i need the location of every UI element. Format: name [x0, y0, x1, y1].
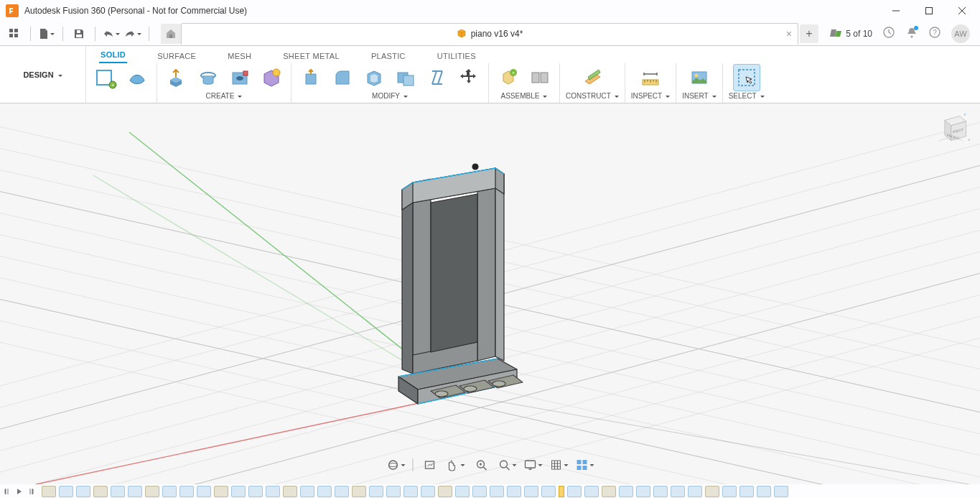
- move-button[interactable]: [455, 64, 482, 91]
- timeline-feature[interactable]: [111, 486, 125, 497]
- timeline-feature[interactable]: [490, 486, 504, 497]
- timeline-feature[interactable]: [214, 486, 228, 497]
- create-form-button[interactable]: [123, 64, 151, 91]
- file-menu-button[interactable]: [38, 25, 55, 42]
- select-group-label[interactable]: SELECT: [729, 92, 765, 100]
- timeline-feature[interactable]: [602, 486, 616, 497]
- new-tab-button[interactable]: +: [800, 24, 818, 43]
- tab-surface[interactable]: SURFACE: [156, 49, 197, 63]
- tab-plastic[interactable]: PLASTIC: [370, 49, 407, 63]
- look-at-button[interactable]: [420, 457, 439, 473]
- measure-button[interactable]: [637, 64, 664, 91]
- insert-group-label[interactable]: INSERT: [682, 92, 717, 100]
- user-avatar[interactable]: AW: [951, 24, 970, 43]
- timeline-feature[interactable]: [317, 486, 332, 497]
- timeline-feature[interactable]: [386, 486, 401, 497]
- timeline-feature[interactable]: [369, 486, 383, 497]
- timeline-feature[interactable]: [403, 486, 418, 497]
- timeline-feature[interactable]: [248, 486, 263, 497]
- timeline-feature[interactable]: [524, 486, 538, 497]
- insert-button[interactable]: [686, 64, 713, 91]
- timeline-feature[interactable]: [688, 486, 702, 497]
- close-tab-icon[interactable]: ×: [786, 28, 792, 40]
- timeline-feature[interactable]: [145, 486, 159, 497]
- undo-button[interactable]: [103, 25, 120, 42]
- hole-button[interactable]: [226, 64, 253, 91]
- shell-button[interactable]: [360, 64, 388, 91]
- minimize-button[interactable]: [879, 0, 913, 22]
- draft-button[interactable]: [424, 64, 451, 91]
- timeline-feature[interactable]: [300, 486, 314, 497]
- timeline-feature[interactable]: [567, 486, 582, 497]
- new-component-button[interactable]: +: [495, 64, 522, 91]
- document-tab[interactable]: piano v16 v4* ×: [181, 23, 798, 45]
- timeline[interactable]: [0, 484, 980, 498]
- timeline-feature[interactable]: [757, 486, 771, 497]
- timeline-play-controls[interactable]: [4, 487, 34, 496]
- revolve-button[interactable]: [195, 64, 222, 91]
- timeline-feature[interactable]: [739, 486, 754, 497]
- orbit-button[interactable]: [386, 457, 405, 473]
- timeline-playhead[interactable]: [559, 486, 564, 497]
- timeline-feature[interactable]: [455, 486, 470, 497]
- select-button[interactable]: [733, 64, 760, 91]
- timeline-feature[interactable]: [722, 486, 737, 497]
- tab-sheet-metal[interactable]: SHEET METAL: [281, 49, 341, 63]
- home-tab[interactable]: [161, 24, 181, 44]
- timeline-feature[interactable]: [438, 486, 452, 497]
- save-button[interactable]: [70, 25, 88, 42]
- viewport-layout-button[interactable]: [575, 457, 594, 473]
- help-button[interactable]: ?: [928, 26, 941, 42]
- timeline-feature[interactable]: [162, 486, 177, 497]
- timeline-feature[interactable]: [93, 486, 108, 497]
- timeline-feature[interactable]: [653, 486, 668, 497]
- timeline-feature[interactable]: [179, 486, 194, 497]
- maximize-button[interactable]: [913, 0, 946, 22]
- emboss-button[interactable]: [258, 64, 285, 91]
- timeline-feature[interactable]: [335, 486, 349, 497]
- fillet-button[interactable]: [329, 64, 356, 91]
- workspace-switcher[interactable]: DESIGN: [0, 46, 86, 103]
- press-pull-button[interactable]: [297, 64, 325, 91]
- timeline-feature[interactable]: [472, 486, 487, 497]
- timeline-feature[interactable]: [76, 486, 90, 497]
- timeline-feature[interactable]: [774, 486, 788, 497]
- job-status-button[interactable]: [882, 26, 895, 42]
- redo-button[interactable]: [124, 25, 141, 42]
- construct-group-label[interactable]: CONSTRUCT: [566, 92, 619, 100]
- tab-mesh[interactable]: MESH: [226, 49, 253, 63]
- close-button[interactable]: [946, 0, 979, 22]
- modify-group-label[interactable]: MODIFY: [372, 92, 408, 100]
- timeline-feature[interactable]: [636, 486, 650, 497]
- timeline-feature[interactable]: [42, 486, 56, 497]
- combine-button[interactable]: [392, 64, 419, 91]
- tab-utilities[interactable]: UTILITIES: [436, 49, 477, 63]
- timeline-feature[interactable]: [541, 486, 556, 497]
- timeline-feature[interactable]: [352, 486, 366, 497]
- view-cube[interactable]: FRONT RIGHT z x: [934, 111, 971, 148]
- data-panel-button[interactable]: [6, 25, 23, 42]
- grid-settings-button[interactable]: [549, 457, 568, 473]
- timeline-feature[interactable]: [231, 486, 246, 497]
- create-group-label[interactable]: CREATE: [206, 92, 243, 100]
- timeline-feature[interactable]: [128, 486, 142, 497]
- display-settings-button[interactable]: [523, 457, 542, 473]
- assemble-group-label[interactable]: ASSEMBLE: [501, 92, 548, 100]
- extensions-button[interactable]: 5 of 10: [830, 28, 872, 40]
- timeline-feature[interactable]: [421, 486, 435, 497]
- timeline-feature[interactable]: [619, 486, 633, 497]
- pan-button[interactable]: [446, 457, 465, 473]
- fit-button[interactable]: [498, 457, 516, 473]
- viewport[interactable]: FRONT RIGHT z x: [0, 103, 980, 484]
- timeline-feature[interactable]: [671, 486, 685, 497]
- timeline-feature[interactable]: [705, 486, 719, 497]
- extrude-button[interactable]: [163, 64, 190, 91]
- inspect-group-label[interactable]: INSPECT: [631, 92, 670, 100]
- create-sketch-button[interactable]: +: [92, 64, 119, 91]
- joint-button[interactable]: [526, 64, 554, 91]
- tab-solid[interactable]: SOLID: [99, 47, 127, 63]
- timeline-feature[interactable]: [197, 486, 211, 497]
- notifications-button[interactable]: [905, 26, 918, 42]
- timeline-feature[interactable]: [266, 486, 280, 497]
- timeline-feature[interactable]: [59, 486, 73, 497]
